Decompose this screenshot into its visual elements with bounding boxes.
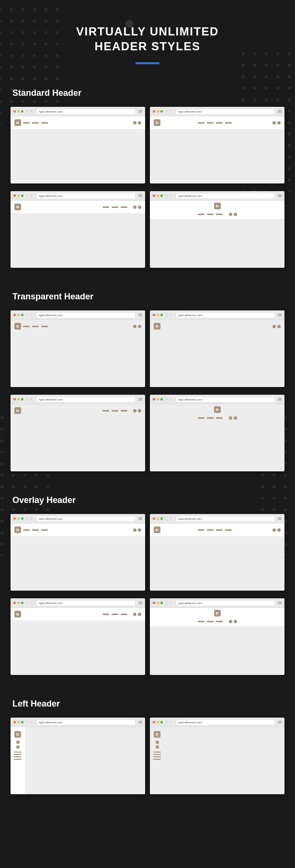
hamburger-icon <box>278 720 282 724</box>
preview-transparent-4: ‹›rigid.althemist.com R <box>150 395 284 471</box>
url-bar: rigid.althemist.com <box>37 109 135 114</box>
title-underline <box>136 62 159 64</box>
nav-menu <box>198 214 223 215</box>
header-icons <box>16 741 20 749</box>
browser-chrome: ‹› rigid.althemist.com <box>150 107 284 116</box>
browser-chrome: ‹› rigid.althemist.com <box>11 191 145 201</box>
hamburger-icon <box>138 194 142 198</box>
site-logo: R <box>214 610 221 617</box>
preview-overlay-2: ‹›rigid.althemist.com R <box>150 514 284 591</box>
url-bar: rigid.althemist.com <box>37 194 135 198</box>
nav-menu <box>23 529 48 531</box>
url-bar: rigid.althemist.com <box>176 397 274 402</box>
left-sidebar: R <box>150 727 164 794</box>
header-icons <box>133 325 141 328</box>
site-logo: R <box>214 406 221 413</box>
nav-menu <box>198 122 232 124</box>
section-title-transparent: Transparent Header <box>11 292 284 302</box>
site-logo: R <box>154 119 160 126</box>
site-logo: R <box>14 119 21 126</box>
header-icons <box>133 613 141 616</box>
section-standard: Standard Header ‹› rigid.althemist.com R <box>11 88 284 268</box>
url-bar: rigid.althemist.com <box>176 720 274 725</box>
section-left: Left Header ‹›rigid.althemist.com R <box>11 699 284 794</box>
url-bar: rigid.althemist.com <box>37 601 135 605</box>
section-overlay: Overlay Header ‹›rigid.althemist.com R ‹… <box>11 495 284 675</box>
browser-chrome: ‹› rigid.althemist.com <box>150 191 284 201</box>
site-logo: R <box>14 407 21 414</box>
nav-menu <box>153 752 161 760</box>
url-bar: rigid.althemist.com <box>176 109 274 114</box>
site-logo: R <box>154 526 160 533</box>
nav-menu <box>198 417 223 419</box>
hamburger-icon <box>278 110 282 114</box>
page-title: VIRTUALLY UNLIMITED HEADER STYLES <box>11 24 284 54</box>
site-logo: R <box>214 203 221 209</box>
site-logo: R <box>14 204 21 210</box>
url-bar: rigid.althemist.com <box>37 516 135 521</box>
section-title-overlay: Overlay Header <box>11 495 284 505</box>
preview-overlay-4: ‹›rigid.althemist.com R <box>150 598 284 675</box>
hamburger-icon <box>138 517 142 521</box>
header-icons <box>272 325 281 328</box>
header-icons <box>133 409 141 412</box>
header-icons <box>229 213 237 216</box>
hamburger-icon <box>138 313 142 317</box>
header-icons <box>229 620 237 623</box>
preview-transparent-1: ‹›rigid.althemist.com R <box>11 310 145 387</box>
preview-left-2: ‹›rigid.althemist.com R <box>150 718 284 794</box>
url-bar: rigid.althemist.com <box>176 601 274 605</box>
site-logo: R <box>154 731 160 738</box>
preview-overlay-3: ‹›rigid.althemist.com R <box>11 598 145 675</box>
nav-menu <box>14 752 22 760</box>
hamburger-icon <box>138 601 142 605</box>
preview-standard-4: ‹› rigid.althemist.com R <box>150 191 284 268</box>
section-title-left: Left Header <box>11 699 284 709</box>
nav-menu <box>198 529 232 531</box>
header-icons <box>133 528 141 532</box>
hamburger-icon <box>138 110 142 114</box>
nav-menu <box>23 326 48 327</box>
preview-transparent-3: ‹›rigid.althemist.com R <box>11 395 145 471</box>
url-bar: rigid.althemist.com <box>176 194 274 198</box>
section-transparent: Transparent Header ‹›rigid.althemist.com… <box>11 292 284 471</box>
site-logo: R <box>14 731 21 738</box>
hamburger-icon <box>278 194 282 198</box>
hamburger-icon <box>278 398 282 401</box>
url-bar: rigid.althemist.com <box>37 397 135 402</box>
preview-transparent-2: ‹›rigid.althemist.com R <box>150 310 284 387</box>
url-bar: rigid.althemist.com <box>176 516 274 521</box>
nav-menu <box>102 614 127 615</box>
nav-menu <box>102 206 127 208</box>
header-icons <box>133 121 141 125</box>
nav-menu <box>23 122 48 124</box>
left-sidebar: R <box>11 727 25 794</box>
url-bar: rigid.althemist.com <box>176 313 274 318</box>
header-icons <box>272 528 281 532</box>
preview-standard-1: ‹› rigid.althemist.com R <box>11 107 145 183</box>
site-logo: R <box>14 526 21 533</box>
preview-left-1: ‹›rigid.althemist.com R <box>11 718 145 794</box>
header-icons <box>272 121 281 125</box>
hamburger-icon <box>278 313 282 317</box>
browser-chrome: ‹› rigid.althemist.com <box>11 107 145 116</box>
header-icons <box>133 206 141 209</box>
header-icons <box>156 741 159 749</box>
hamburger-icon <box>138 398 142 401</box>
site-logo: R <box>14 611 21 617</box>
hamburger-icon <box>278 601 282 605</box>
preview-standard-3: ‹› rigid.althemist.com R <box>11 191 145 268</box>
preview-overlay-1: ‹›rigid.althemist.com R <box>11 514 145 591</box>
section-title-standard: Standard Header <box>11 88 284 98</box>
url-bar: rigid.althemist.com <box>37 720 135 725</box>
url-bar: rigid.althemist.com <box>37 313 135 318</box>
nav-menu <box>198 621 223 622</box>
header-icons <box>229 416 237 420</box>
traffic-lights <box>13 110 23 113</box>
site-logo: R <box>154 323 160 330</box>
nav-menu <box>102 410 127 411</box>
site-logo: R <box>14 323 21 330</box>
preview-standard-2: ‹› rigid.althemist.com R <box>150 107 284 183</box>
hamburger-icon <box>138 720 142 724</box>
hamburger-icon <box>278 517 282 521</box>
